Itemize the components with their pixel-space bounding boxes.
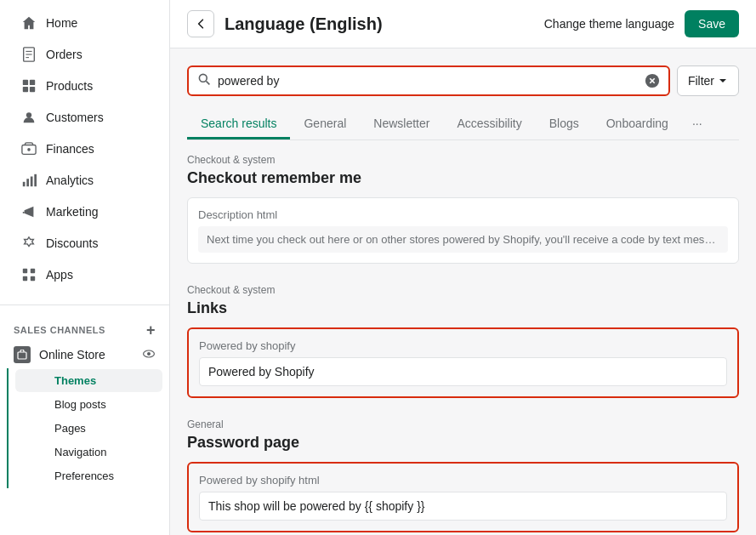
sidebar-item-label: Orders xyxy=(46,48,82,61)
svg-point-22 xyxy=(199,74,207,82)
sidebar-item-label: Home xyxy=(46,16,77,30)
tab-onboarding[interactable]: Onboarding xyxy=(593,110,682,139)
tab-general[interactable]: General xyxy=(290,110,360,139)
svg-rect-14 xyxy=(34,174,37,186)
section-meta: General xyxy=(187,418,739,430)
page-header: Language (English) Change theme language… xyxy=(170,0,756,48)
change-language-button[interactable]: Change theme language xyxy=(544,17,674,31)
tab-search-results[interactable]: Search results xyxy=(187,110,290,139)
marketing-icon xyxy=(20,203,37,220)
svg-rect-16 xyxy=(31,269,35,273)
sidebar-item-navigation[interactable]: Navigation xyxy=(15,441,162,464)
analytics-icon xyxy=(20,172,37,189)
svg-point-10 xyxy=(27,148,31,151)
sidebar-item-customers[interactable]: Customers xyxy=(7,102,162,133)
svg-rect-6 xyxy=(23,87,28,92)
svg-rect-4 xyxy=(23,80,28,85)
products-icon xyxy=(20,77,37,94)
section-meta: Checkout & system xyxy=(187,284,739,296)
sidebar-item-label: Products xyxy=(46,79,93,93)
sidebar-item-label: Discounts xyxy=(46,236,98,250)
field-group-description-html: Description html Next time you check out… xyxy=(187,197,739,264)
clear-search-icon[interactable] xyxy=(645,73,660,88)
sidebar-item-preferences[interactable]: Preferences xyxy=(15,464,162,487)
sidebar-item-label: Analytics xyxy=(46,174,94,187)
tab-accessibility[interactable]: Accessibility xyxy=(443,110,535,139)
filter-button[interactable]: Filter xyxy=(677,65,739,96)
svg-rect-17 xyxy=(23,276,27,281)
svg-rect-19 xyxy=(18,352,26,359)
discounts-icon xyxy=(20,235,37,252)
online-store-label: Online Store xyxy=(39,348,105,361)
svg-rect-5 xyxy=(30,80,35,85)
powered-by-shopify-section: Powered by shopify xyxy=(187,327,739,398)
tab-newsletter[interactable]: Newsletter xyxy=(360,110,443,139)
sidebar-item-label: Marketing xyxy=(46,205,98,219)
svg-point-21 xyxy=(147,352,151,356)
svg-rect-7 xyxy=(30,87,35,92)
finances-icon xyxy=(20,140,37,157)
sidebar-item-apps[interactable]: Apps xyxy=(7,259,162,290)
svg-rect-11 xyxy=(23,182,26,186)
header-right: Change theme language Save xyxy=(544,10,739,37)
orders-icon xyxy=(20,46,37,63)
powered-by-shopify-html-input[interactable] xyxy=(199,492,727,521)
section-title: Password page xyxy=(187,434,739,452)
tab-blogs[interactable]: Blogs xyxy=(536,110,593,139)
save-button[interactable]: Save xyxy=(685,10,739,37)
field-label: Powered by shopify xyxy=(199,339,727,352)
search-input-wrapper xyxy=(187,65,670,96)
main-content-area: Language (English) Change theme language… xyxy=(170,0,756,535)
powered-by-shopify-html-section: Powered by shopify html xyxy=(187,462,739,532)
search-container: Filter xyxy=(187,65,739,96)
tab-more[interactable]: ··· xyxy=(682,110,713,139)
sidebar-item-themes[interactable]: Themes xyxy=(15,369,162,392)
sidebar-item-label: Finances xyxy=(46,142,94,156)
header-left: Language (English) xyxy=(187,10,383,37)
home-icon xyxy=(20,14,37,31)
svg-point-8 xyxy=(26,112,31,117)
section-title: Checkout remember me xyxy=(187,169,739,187)
svg-rect-15 xyxy=(23,269,27,273)
sidebar-item-finances[interactable]: Finances xyxy=(7,134,162,164)
sidebar: Home Orders Products Customers Finances xyxy=(0,0,170,535)
search-input[interactable] xyxy=(218,74,638,88)
section-meta: Checkout & system xyxy=(187,154,739,166)
svg-line-23 xyxy=(206,81,209,84)
tabs-container: Search results General Newsletter Access… xyxy=(187,110,739,140)
sidebar-item-label: Apps xyxy=(46,268,73,282)
section-checkout-remember-me: Checkout & system Checkout remember me D… xyxy=(187,154,739,264)
field-label: Powered by shopify html xyxy=(199,474,727,487)
sidebar-item-label: Customers xyxy=(46,111,104,124)
sidebar-item-pages[interactable]: Pages xyxy=(15,417,162,440)
sidebar-divider xyxy=(0,304,169,305)
customers-icon xyxy=(20,109,37,126)
section-links: Checkout & system Links Powered by shopi… xyxy=(187,284,739,398)
search-icon xyxy=(197,72,211,89)
eye-icon[interactable] xyxy=(142,347,156,363)
online-store-item[interactable]: Online Store xyxy=(0,341,169,368)
sidebar-item-blog-posts[interactable]: Blog posts xyxy=(15,393,162,416)
section-password-page: General Password page Powered by shopify… xyxy=(187,418,739,532)
apps-icon xyxy=(20,266,37,283)
page-title: Language (English) xyxy=(225,14,383,34)
sidebar-item-orders[interactable]: Orders xyxy=(7,39,162,70)
sidebar-item-discounts[interactable]: Discounts xyxy=(7,228,162,259)
svg-rect-13 xyxy=(31,177,33,187)
sidebar-item-analytics[interactable]: Analytics xyxy=(7,165,162,196)
sidebar-item-marketing[interactable]: Marketing xyxy=(7,196,162,227)
sales-channels-label: SALES CHANNELS + xyxy=(0,312,169,341)
sidebar-item-home[interactable]: Home xyxy=(7,8,162,38)
sidebar-item-products[interactable]: Products xyxy=(7,71,162,101)
online-store-icon xyxy=(14,346,31,363)
powered-by-shopify-input[interactable] xyxy=(199,357,727,386)
svg-rect-12 xyxy=(26,179,29,186)
field-label: Description html xyxy=(198,208,728,221)
svg-rect-18 xyxy=(31,276,35,281)
description-html-value: Next time you check out here or on other… xyxy=(198,226,728,253)
section-title: Links xyxy=(187,299,739,317)
back-button[interactable] xyxy=(187,10,214,37)
add-sales-channel-icon[interactable]: + xyxy=(146,322,156,338)
scrollable-content: Filter Search results General Newsletter… xyxy=(170,48,756,535)
